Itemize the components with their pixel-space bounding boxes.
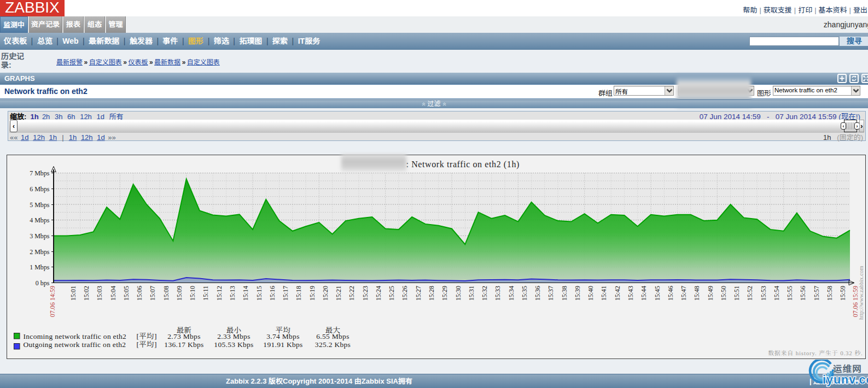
svg-text:15:28: 15:28: [427, 286, 435, 301]
svg-text:6 Mbps: 6 Mbps: [30, 185, 50, 193]
svg-text:15:09: 15:09: [175, 286, 183, 301]
svg-text:15:25: 15:25: [388, 286, 395, 301]
svg-text:15:05: 15:05: [122, 286, 130, 301]
svg-text:15:44: 15:44: [640, 286, 648, 301]
svg-text:15:53: 15:53: [759, 286, 767, 301]
svg-text:15:20: 15:20: [321, 286, 329, 301]
svg-text:15:54: 15:54: [772, 286, 780, 301]
svg-text:3.74 Mbps: 3.74 Mbps: [266, 332, 299, 340]
svg-text:15:48: 15:48: [693, 286, 701, 301]
svg-text:15:02: 15:02: [83, 286, 90, 301]
svg-text:15:14: 15:14: [242, 286, 249, 301]
svg-text:7 Mbps: 7 Mbps: [30, 169, 50, 177]
svg-text:15:22: 15:22: [348, 286, 356, 301]
svg-text:15:32: 15:32: [481, 286, 488, 301]
svg-text:07.06 14:59: 07.06 14:59: [49, 286, 56, 317]
svg-text:15:11: 15:11: [202, 286, 209, 301]
svg-text:15:40: 15:40: [587, 286, 595, 301]
svg-text:15:15: 15:15: [255, 286, 263, 301]
svg-text:15:12: 15:12: [215, 286, 223, 301]
svg-text:15:18: 15:18: [295, 286, 302, 301]
svg-text:15:23: 15:23: [361, 286, 369, 301]
svg-text:15:56: 15:56: [799, 286, 807, 301]
svg-text:2.33 Mbps: 2.33 Mbps: [217, 332, 250, 340]
svg-text:15:46: 15:46: [666, 286, 674, 301]
svg-text:[平均]: [平均]: [136, 338, 156, 349]
svg-text:15:42: 15:42: [613, 286, 621, 301]
svg-text:iyunv.com: iyunv.com: [823, 373, 868, 386]
svg-text:15:36: 15:36: [534, 286, 541, 301]
svg-text:2 Mbps: 2 Mbps: [30, 248, 50, 256]
svg-text:Incoming network traffic on et: Incoming network traffic on eth2: [23, 332, 126, 340]
svg-text:15:19: 15:19: [308, 286, 316, 301]
svg-text:15:04: 15:04: [109, 286, 116, 301]
svg-text:0 bps: 0 bps: [35, 279, 49, 287]
svg-text:191.91 Kbps: 191.91 Kbps: [263, 340, 302, 349]
svg-text:15:08: 15:08: [162, 286, 170, 301]
svg-text:: Network traffic on eth2 (1h): : Network traffic on eth2 (1h): [406, 160, 519, 169]
svg-text:15:49: 15:49: [706, 286, 714, 301]
svg-text:5 Mbps: 5 Mbps: [30, 201, 50, 209]
svg-text:3 Mbps: 3 Mbps: [30, 232, 50, 240]
svg-text:Outgoing network traffic on et: Outgoing network traffic on eth2: [23, 340, 126, 349]
svg-text:15:37: 15:37: [547, 286, 555, 301]
svg-text:15:43: 15:43: [626, 286, 634, 301]
svg-text:15:51: 15:51: [733, 286, 741, 301]
svg-text:15:55: 15:55: [786, 286, 794, 301]
svg-text:15:24: 15:24: [374, 286, 382, 301]
svg-text:105.53 Kbps: 105.53 Kbps: [214, 340, 253, 349]
svg-text:15:57: 15:57: [812, 286, 820, 301]
svg-text:2.73 Mbps: 2.73 Mbps: [167, 332, 200, 340]
svg-text:15:52: 15:52: [746, 286, 754, 301]
svg-text:15:33: 15:33: [494, 286, 502, 301]
svg-text:136.17 Kbps: 136.17 Kbps: [164, 340, 203, 349]
svg-text:15:34: 15:34: [507, 286, 515, 301]
svg-text:15:16: 15:16: [268, 286, 276, 301]
svg-text:1 Mbps: 1 Mbps: [30, 263, 50, 271]
svg-text:数据来自 history. 产生于 0.32 秒.: 数据来自 history. 产生于 0.32 秒.: [767, 350, 863, 356]
svg-text:15:59: 15:59: [839, 286, 847, 301]
svg-text:15:31: 15:31: [467, 286, 475, 301]
svg-text:15:06: 15:06: [136, 286, 143, 301]
svg-text:15:45: 15:45: [653, 286, 661, 301]
svg-text:15:03: 15:03: [96, 286, 103, 301]
svg-text:15:41: 15:41: [600, 286, 608, 301]
svg-text:15:17: 15:17: [282, 286, 289, 301]
svg-text:15:47: 15:47: [680, 286, 688, 301]
svg-text:15:10: 15:10: [189, 286, 196, 301]
svg-text:15:58: 15:58: [825, 286, 833, 301]
svg-text:15:30: 15:30: [454, 286, 462, 301]
svg-text:15:29: 15:29: [441, 286, 448, 301]
svg-text:325.2 Kbps: 325.2 Kbps: [314, 340, 350, 349]
svg-text:15:27: 15:27: [414, 286, 422, 301]
svg-text:4 Mbps: 4 Mbps: [30, 216, 50, 224]
svg-text:15:21: 15:21: [335, 286, 342, 301]
svg-text:15:01: 15:01: [69, 286, 77, 301]
svg-text:15:13: 15:13: [228, 286, 236, 301]
svg-text:15:50: 15:50: [719, 286, 727, 301]
svg-text:15:39: 15:39: [573, 286, 581, 301]
svg-text:15:07: 15:07: [149, 286, 156, 301]
svg-text:15:26: 15:26: [401, 286, 409, 301]
svg-text:15:35: 15:35: [520, 286, 528, 301]
svg-text:15:38: 15:38: [560, 286, 568, 301]
svg-text:6.55 Mbps: 6.55 Mbps: [316, 332, 349, 340]
svg-text:http://www.zabbix.com: http://www.zabbix.com: [858, 266, 864, 320]
